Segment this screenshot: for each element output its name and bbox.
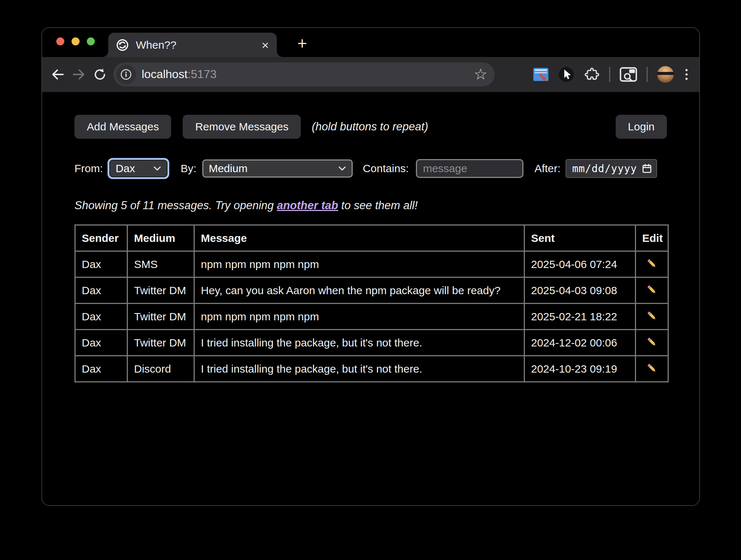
another-tab-link[interactable]: another tab xyxy=(277,199,338,212)
zoom-window-button[interactable] xyxy=(87,37,95,45)
reload-button[interactable] xyxy=(89,64,110,85)
cell-medium: Twitter DM xyxy=(127,304,194,330)
cell-message: Hey, can you ask Aaron when the npm pack… xyxy=(194,277,525,304)
pencil-icon xyxy=(646,336,658,348)
cell-sender: Dax xyxy=(75,304,127,330)
window-controls xyxy=(56,37,95,45)
back-button[interactable] xyxy=(47,64,68,85)
cell-message: I tried installing the package, but it's… xyxy=(194,356,525,382)
status-suffix: to see them all! xyxy=(338,199,418,212)
filters-row: From: Dax By: Medium Contains: After: mm… xyxy=(74,159,667,178)
cell-sent: 2025-04-06 07:24 xyxy=(525,251,636,277)
chevron-down-icon xyxy=(153,166,162,171)
arrow-left-icon xyxy=(50,67,65,82)
add-messages-button[interactable]: Add Messages xyxy=(74,115,171,139)
cell-sent: 2024-12-02 00:06 xyxy=(525,330,636,356)
profile-avatar[interactable] xyxy=(657,66,674,83)
after-date-input[interactable]: mm/dd/yyyy xyxy=(566,159,657,178)
browser-window: When?? × + xyxy=(41,27,700,506)
contains-input[interactable] xyxy=(416,159,523,178)
cell-sent: 2025-04-03 09:08 xyxy=(525,277,636,304)
pencil-icon xyxy=(646,310,658,322)
by-select[interactable]: Medium xyxy=(202,159,353,178)
edit-message-button[interactable] xyxy=(644,282,660,299)
contains-label: Contains: xyxy=(363,162,409,175)
info-circle-icon xyxy=(120,68,133,81)
chevron-down-icon xyxy=(338,166,347,171)
edit-message-button[interactable] xyxy=(644,256,660,272)
cell-message: npm npm npm npm npm xyxy=(194,251,525,277)
tab-title: When?? xyxy=(136,39,177,51)
puzzle-piece-extensions-icon[interactable] xyxy=(584,66,600,82)
login-button[interactable]: Login xyxy=(616,115,667,139)
pencil-icon xyxy=(646,257,658,270)
by-select-value: Medium xyxy=(209,162,248,175)
by-label: By: xyxy=(181,162,196,175)
table-row: Dax Discord I tried installing the packa… xyxy=(75,356,668,382)
toolbar-right-cluster xyxy=(533,66,691,83)
edit-message-button[interactable] xyxy=(644,334,660,351)
tab-strip: When?? × + xyxy=(42,28,699,57)
tab-close-icon[interactable]: × xyxy=(262,39,269,51)
edit-message-button[interactable] xyxy=(644,361,660,377)
cell-message: npm npm npm npm npm xyxy=(194,304,525,330)
page-content: Add Messages Remove Messages (hold butto… xyxy=(42,92,699,506)
refresh-icon xyxy=(93,67,107,82)
site-info-button[interactable] xyxy=(116,65,136,84)
window-search-icon[interactable] xyxy=(620,67,637,82)
after-label: After: xyxy=(534,162,560,175)
column-header-edit: Edit xyxy=(636,225,668,251)
hold-buttons-hint: (hold buttons to repeat) xyxy=(312,120,428,133)
cell-medium: Discord xyxy=(127,356,194,382)
cell-sender: Dax xyxy=(75,251,127,277)
messages-table: Sender Medium Message Sent Edit Dax SMS … xyxy=(74,224,669,382)
minimize-window-button[interactable] xyxy=(72,37,80,45)
table-row: Dax Twitter DM npm npm npm npm npm 2025-… xyxy=(75,304,668,330)
edit-message-button[interactable] xyxy=(644,308,660,325)
table-header-row: Sender Medium Message Sent Edit xyxy=(75,225,668,251)
cell-sent: 2024-10-23 09:19 xyxy=(525,356,636,382)
toolbar-separator xyxy=(609,67,610,82)
toolbar-separator xyxy=(647,67,648,82)
new-tab-button[interactable]: + xyxy=(293,34,312,53)
cell-medium: Twitter DM xyxy=(127,277,194,304)
forward-button[interactable] xyxy=(68,64,89,85)
cell-sent: 2025-02-21 18:22 xyxy=(525,304,636,330)
cell-edit xyxy=(636,330,668,356)
pencil-icon xyxy=(646,284,658,296)
from-select-value: Dax xyxy=(116,162,135,175)
cell-edit xyxy=(636,251,668,277)
status-line: Showing 5 of 11 messages. Try opening an… xyxy=(74,199,667,212)
from-label: From: xyxy=(74,162,103,175)
close-window-button[interactable] xyxy=(56,37,64,45)
cell-message: I tried installing the package, but it's… xyxy=(194,330,525,356)
cell-edit xyxy=(636,356,668,382)
table-row: Dax Twitter DM I tried installing the pa… xyxy=(75,330,668,356)
three-dots-menu-icon[interactable] xyxy=(683,67,690,82)
window-resize-extension-icon[interactable] xyxy=(533,67,549,82)
remove-messages-button[interactable]: Remove Messages xyxy=(183,115,301,139)
cell-edit xyxy=(636,304,668,330)
status-prefix: Showing 5 of 11 messages. Try opening xyxy=(74,199,277,212)
sync-circle-favicon-icon xyxy=(116,39,129,51)
table-row: Dax Twitter DM Hey, can you ask Aaron wh… xyxy=(75,277,668,304)
address-bar[interactable]: localhost :5173 ☆ xyxy=(113,62,495,86)
from-select[interactable]: Dax xyxy=(109,160,167,177)
date-value: mm/dd/yyyy xyxy=(572,163,637,175)
cell-sender: Dax xyxy=(75,330,127,356)
column-header-sent: Sent xyxy=(525,225,636,251)
browser-tab[interactable]: When?? × xyxy=(108,33,277,57)
table-row: Dax SMS npm npm npm npm npm 2025-04-06 0… xyxy=(75,251,668,277)
column-header-message: Message xyxy=(194,225,525,251)
column-header-sender: Sender xyxy=(75,225,127,251)
cell-medium: Twitter DM xyxy=(127,330,194,356)
calendar-icon[interactable] xyxy=(642,163,652,174)
arrow-right-icon xyxy=(71,67,86,82)
cursor-circle-extension-icon[interactable] xyxy=(558,66,574,82)
cell-sender: Dax xyxy=(75,356,127,382)
url-port: :5173 xyxy=(187,68,216,81)
pencil-icon xyxy=(646,362,658,374)
actions-row: Add Messages Remove Messages (hold butto… xyxy=(74,115,667,139)
url-host: localhost xyxy=(142,68,187,81)
star-outline-bookmark-icon[interactable]: ☆ xyxy=(474,67,487,82)
